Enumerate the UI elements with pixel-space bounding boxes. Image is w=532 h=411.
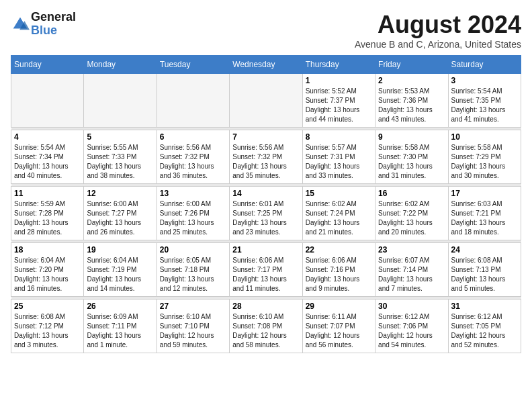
- day-info: Sunrise: 6:12 AMSunset: 7:06 PMDaylight:…: [378, 312, 445, 350]
- day-number: 14: [232, 189, 299, 198]
- day-info: Sunrise: 6:06 AMSunset: 7:17 PMDaylight:…: [232, 256, 299, 293]
- calendar-cell: 21Sunrise: 6:06 AMSunset: 7:17 PMDayligh…: [230, 243, 302, 297]
- day-number: 4: [14, 132, 81, 142]
- day-info: Sunrise: 6:08 AMSunset: 7:13 PMDaylight:…: [451, 256, 518, 293]
- day-info: Sunrise: 6:09 AMSunset: 7:11 PMDaylight:…: [87, 312, 153, 350]
- calendar-cell: 20Sunrise: 6:05 AMSunset: 7:18 PMDayligh…: [157, 243, 229, 297]
- day-number: 2: [378, 76, 445, 85]
- calendar-cell: 5Sunrise: 5:55 AMSunset: 7:33 PMDaylight…: [84, 130, 157, 184]
- day-number: 30: [378, 302, 445, 311]
- week-row: 1Sunrise: 5:52 AMSunset: 7:37 PMDaylight…: [11, 74, 521, 128]
- week-row: 18Sunrise: 6:04 AMSunset: 7:20 PMDayligh…: [11, 243, 521, 297]
- day-number: 17: [451, 189, 518, 198]
- day-info: Sunrise: 5:59 AMSunset: 7:28 PMDaylight:…: [14, 199, 81, 237]
- day-info: Sunrise: 6:07 AMSunset: 7:14 PMDaylight:…: [378, 256, 445, 293]
- day-number: 25: [14, 302, 81, 311]
- day-info: Sunrise: 5:56 AMSunset: 7:32 PMDaylight:…: [160, 143, 226, 181]
- day-info: Sunrise: 6:01 AMSunset: 7:25 PMDaylight:…: [232, 199, 299, 237]
- day-number: 7: [232, 132, 299, 142]
- calendar-cell: 1Sunrise: 5:52 AMSunset: 7:37 PMDaylight…: [302, 74, 375, 128]
- day-number: 1: [306, 76, 372, 85]
- day-info: Sunrise: 6:00 AMSunset: 7:27 PMDaylight:…: [87, 199, 153, 237]
- calendar-cell: 31Sunrise: 6:12 AMSunset: 7:05 PMDayligh…: [448, 300, 521, 353]
- day-number: 21: [232, 245, 299, 255]
- day-info: Sunrise: 5:55 AMSunset: 7:33 PMDaylight:…: [87, 143, 153, 181]
- day-number: 5: [87, 132, 153, 142]
- day-info: Sunrise: 5:54 AMSunset: 7:35 PMDaylight:…: [451, 87, 518, 124]
- calendar-cell: 13Sunrise: 6:00 AMSunset: 7:26 PMDayligh…: [157, 187, 229, 240]
- calendar-cell: 18Sunrise: 6:04 AMSunset: 7:20 PMDayligh…: [11, 243, 84, 297]
- calendar-cell: [157, 74, 229, 128]
- weekday-header: Wednesday: [230, 56, 302, 74]
- calendar-cell: 2Sunrise: 5:53 AMSunset: 7:36 PMDaylight…: [375, 74, 448, 128]
- day-number: 23: [378, 245, 445, 255]
- calendar-cell: 22Sunrise: 6:06 AMSunset: 7:16 PMDayligh…: [302, 243, 375, 297]
- logo-line2: Blue: [31, 24, 76, 38]
- day-number: 3: [451, 76, 518, 85]
- day-number: 16: [378, 189, 445, 198]
- calendar-header: SundayMondayTuesdayWednesdayThursdayFrid…: [11, 56, 521, 74]
- month-year: August 2024: [355, 11, 521, 39]
- day-number: 10: [451, 132, 518, 142]
- logo: General Blue: [11, 11, 76, 38]
- title-block: August 2024 Avenue B and C, Arizona, Uni…: [355, 11, 521, 50]
- location: Avenue B and C, Arizona, United States: [355, 39, 521, 50]
- day-info: Sunrise: 6:00 AMSunset: 7:26 PMDaylight:…: [160, 199, 226, 237]
- calendar: SundayMondayTuesdayWednesdayThursdayFrid…: [11, 55, 521, 353]
- calendar-cell: 10Sunrise: 5:58 AMSunset: 7:29 PMDayligh…: [448, 130, 521, 184]
- week-row: 11Sunrise: 5:59 AMSunset: 7:28 PMDayligh…: [11, 187, 521, 240]
- day-number: 26: [87, 302, 153, 311]
- day-number: 11: [14, 189, 81, 198]
- day-info: Sunrise: 5:53 AMSunset: 7:36 PMDaylight:…: [378, 87, 445, 124]
- calendar-cell: 9Sunrise: 5:58 AMSunset: 7:30 PMDaylight…: [375, 130, 448, 184]
- calendar-cell: 28Sunrise: 6:10 AMSunset: 7:08 PMDayligh…: [230, 300, 302, 353]
- calendar-cell: [11, 74, 84, 128]
- calendar-cell: 11Sunrise: 5:59 AMSunset: 7:28 PMDayligh…: [11, 187, 84, 240]
- day-info: Sunrise: 6:08 AMSunset: 7:12 PMDaylight:…: [14, 312, 81, 350]
- calendar-cell: [84, 74, 157, 128]
- day-info: Sunrise: 5:58 AMSunset: 7:29 PMDaylight:…: [451, 143, 518, 181]
- day-number: 29: [306, 302, 372, 311]
- day-info: Sunrise: 5:58 AMSunset: 7:30 PMDaylight:…: [378, 143, 445, 181]
- calendar-cell: 8Sunrise: 5:57 AMSunset: 7:31 PMDaylight…: [302, 130, 375, 184]
- day-number: 9: [378, 132, 445, 142]
- day-number: 6: [160, 132, 226, 142]
- day-number: 12: [87, 189, 153, 198]
- day-number: 28: [232, 302, 299, 311]
- day-info: Sunrise: 5:57 AMSunset: 7:31 PMDaylight:…: [306, 143, 372, 181]
- calendar-cell: 14Sunrise: 6:01 AMSunset: 7:25 PMDayligh…: [230, 187, 302, 240]
- weekday-header: Saturday: [448, 56, 521, 74]
- day-number: 27: [160, 302, 226, 311]
- page-header: General Blue August 2024 Avenue B and C,…: [11, 11, 521, 50]
- day-number: 13: [160, 189, 226, 198]
- day-number: 18: [14, 245, 81, 255]
- weekday-header: Monday: [84, 56, 157, 74]
- weekday-header: Sunday: [11, 56, 84, 74]
- day-info: Sunrise: 5:54 AMSunset: 7:34 PMDaylight:…: [14, 143, 81, 181]
- calendar-cell: 24Sunrise: 6:08 AMSunset: 7:13 PMDayligh…: [448, 243, 521, 297]
- day-info: Sunrise: 6:10 AMSunset: 7:10 PMDaylight:…: [160, 312, 226, 350]
- logo-icon: [11, 15, 30, 34]
- calendar-cell: 15Sunrise: 6:02 AMSunset: 7:24 PMDayligh…: [302, 187, 375, 240]
- day-info: Sunrise: 6:03 AMSunset: 7:21 PMDaylight:…: [451, 199, 518, 237]
- week-row: 25Sunrise: 6:08 AMSunset: 7:12 PMDayligh…: [11, 300, 521, 353]
- calendar-cell: 30Sunrise: 6:12 AMSunset: 7:06 PMDayligh…: [375, 300, 448, 353]
- weekday-header: Tuesday: [157, 56, 229, 74]
- day-info: Sunrise: 5:52 AMSunset: 7:37 PMDaylight:…: [306, 87, 372, 124]
- day-info: Sunrise: 6:12 AMSunset: 7:05 PMDaylight:…: [451, 312, 518, 350]
- calendar-cell: 3Sunrise: 5:54 AMSunset: 7:35 PMDaylight…: [448, 74, 521, 128]
- weekday-header: Thursday: [302, 56, 375, 74]
- calendar-cell: 27Sunrise: 6:10 AMSunset: 7:10 PMDayligh…: [157, 300, 229, 353]
- day-number: 24: [451, 245, 518, 255]
- day-number: 31: [451, 302, 518, 311]
- calendar-cell: 17Sunrise: 6:03 AMSunset: 7:21 PMDayligh…: [448, 187, 521, 240]
- day-info: Sunrise: 6:02 AMSunset: 7:22 PMDaylight:…: [378, 199, 445, 237]
- calendar-cell: 7Sunrise: 5:56 AMSunset: 7:32 PMDaylight…: [230, 130, 302, 184]
- week-row: 4Sunrise: 5:54 AMSunset: 7:34 PMDaylight…: [11, 130, 521, 184]
- day-info: Sunrise: 6:02 AMSunset: 7:24 PMDaylight:…: [306, 199, 372, 237]
- day-info: Sunrise: 6:06 AMSunset: 7:16 PMDaylight:…: [306, 256, 372, 293]
- day-number: 22: [306, 245, 372, 255]
- calendar-cell: 25Sunrise: 6:08 AMSunset: 7:12 PMDayligh…: [11, 300, 84, 353]
- calendar-cell: 12Sunrise: 6:00 AMSunset: 7:27 PMDayligh…: [84, 187, 157, 240]
- day-number: 20: [160, 245, 226, 255]
